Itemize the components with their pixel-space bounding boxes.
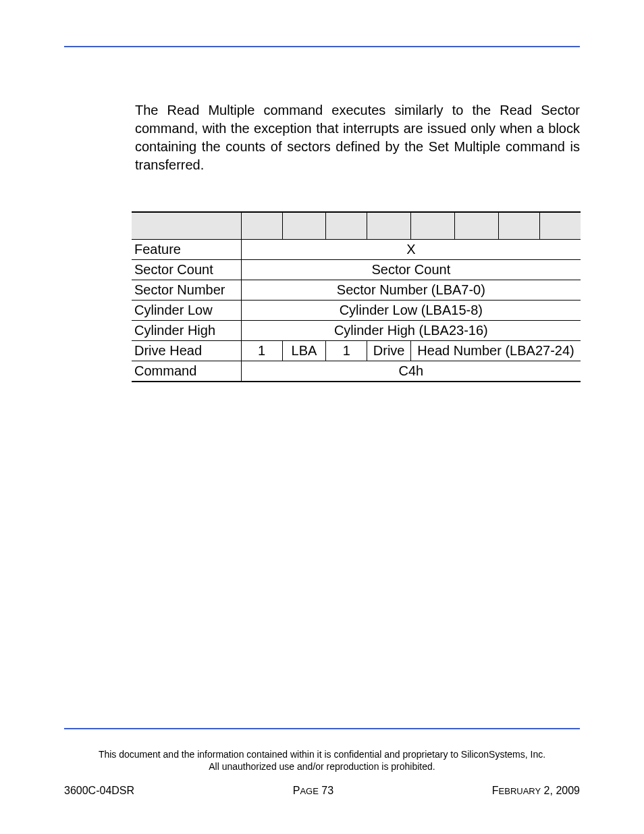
header-cell-bit4 bbox=[367, 212, 411, 239]
row-feature: Feature X bbox=[132, 239, 581, 259]
page: The Read Multiple command executes simil… bbox=[0, 0, 644, 834]
footer-right-prefix: F bbox=[492, 785, 499, 796]
header-cell-bit6 bbox=[282, 212, 326, 239]
value-cylinder-high: Cylinder High (LBA23-16) bbox=[241, 320, 581, 340]
footer-right-word: EBRUARY bbox=[499, 786, 541, 796]
footer-center-num: 73 bbox=[319, 785, 333, 796]
drive-head-b5: 1 bbox=[326, 340, 367, 361]
row-cylinder-low: Cylinder Low Cylinder Low (LBA15-8) bbox=[132, 300, 581, 320]
value-sector-number: Sector Number (LBA7-0) bbox=[241, 280, 581, 300]
row-cylinder-high: Cylinder High Cylinder High (LBA23-16) bbox=[132, 320, 581, 340]
footer-right: FEBRUARY 2, 2009 bbox=[492, 785, 580, 797]
footer-center-prefix: P bbox=[293, 785, 300, 796]
footer-center: PAGE 73 bbox=[293, 785, 333, 797]
label-sector-count: Sector Count bbox=[132, 259, 241, 280]
body-paragraph: The Read Multiple command executes simil… bbox=[135, 101, 580, 174]
label-cylinder-high: Cylinder High bbox=[132, 320, 241, 340]
disclaimer: This document and the information contai… bbox=[64, 748, 580, 773]
row-sector-number: Sector Number Sector Number (LBA7-0) bbox=[132, 280, 581, 300]
header-cell-bit7 bbox=[241, 212, 282, 239]
label-cylinder-low: Cylinder Low bbox=[132, 300, 241, 320]
header-cell-bit0 bbox=[539, 212, 581, 239]
label-command: Command bbox=[132, 361, 241, 382]
label-feature: Feature bbox=[132, 239, 241, 259]
drive-head-b7: 1 bbox=[241, 340, 282, 361]
header-cell-bit1 bbox=[498, 212, 539, 239]
table-header-row bbox=[132, 212, 581, 239]
footer-left: 3600C-04DSR bbox=[64, 785, 134, 797]
footer: This document and the information contai… bbox=[64, 728, 580, 797]
row-sector-count: Sector Count Sector Count bbox=[132, 259, 581, 280]
register-table: Feature X Sector Count Sector Count Sect… bbox=[132, 211, 581, 382]
disclaimer-line2: All unauthorized use and/or reproduction… bbox=[209, 761, 435, 772]
row-drive-head: Drive Head 1 LBA 1 Drive Head Number (LB… bbox=[132, 340, 581, 361]
row-command: Command C4h bbox=[132, 361, 581, 382]
drive-head-b4: Drive bbox=[367, 340, 411, 361]
label-drive-head: Drive Head bbox=[132, 340, 241, 361]
value-feature: X bbox=[241, 239, 581, 259]
header-cell-bit3 bbox=[411, 212, 455, 239]
disclaimer-line1: This document and the information contai… bbox=[99, 749, 545, 760]
value-cylinder-low: Cylinder Low (LBA15-8) bbox=[241, 300, 581, 320]
footer-rule bbox=[64, 728, 580, 729]
header-cell-bit5 bbox=[326, 212, 367, 239]
label-sector-number: Sector Number bbox=[132, 280, 241, 300]
header-cell-register bbox=[132, 212, 241, 239]
footer-line: 3600C-04DSR PAGE 73 FEBRUARY 2, 2009 bbox=[64, 785, 580, 797]
top-rule bbox=[64, 46, 580, 47]
header-cell-bit2 bbox=[454, 212, 498, 239]
drive-head-b6: LBA bbox=[282, 340, 326, 361]
drive-head-b3-0: Head Number (LBA27-24) bbox=[411, 340, 581, 361]
value-sector-count: Sector Count bbox=[241, 259, 581, 280]
value-command: C4h bbox=[241, 361, 581, 382]
footer-center-word: AGE bbox=[300, 786, 318, 796]
footer-right-rest: 2, 2009 bbox=[541, 785, 580, 796]
